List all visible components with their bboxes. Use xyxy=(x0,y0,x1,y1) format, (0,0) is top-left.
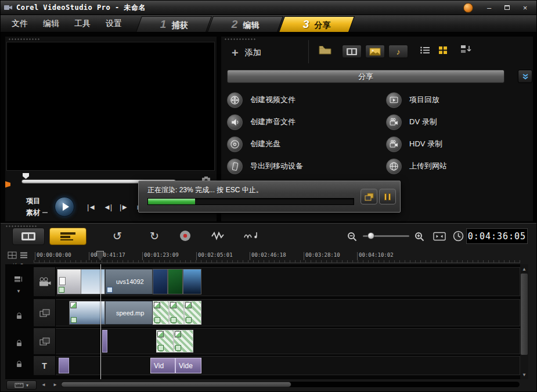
video-track-icon[interactable] xyxy=(34,267,56,296)
overlay-track-icon[interactable] xyxy=(34,328,56,354)
timeline-scale-widget[interactable]: ▾ xyxy=(6,380,37,390)
video-library-button[interactable] xyxy=(342,45,362,58)
video-clip[interactable]: uvs14092 xyxy=(105,269,153,294)
collapse-panel-button[interactable] xyxy=(518,70,532,83)
transition-clip[interactable] xyxy=(174,330,193,353)
tab-capture[interactable]: 1捕获 xyxy=(136,16,212,32)
overlay-clip-sliver[interactable] xyxy=(102,330,107,353)
lock-track-icon[interactable] xyxy=(16,312,22,319)
clock-button[interactable] xyxy=(452,230,464,242)
option-label: 项目回放 xyxy=(409,95,439,105)
playhead-marker[interactable] xyxy=(96,251,104,260)
browse-folder-button[interactable] xyxy=(319,45,331,55)
add-button[interactable]: + 添加 xyxy=(226,44,267,62)
track-list-button[interactable] xyxy=(20,251,28,259)
menu-settings[interactable]: 设置 xyxy=(98,19,129,29)
notification-badge-icon[interactable] xyxy=(463,3,473,13)
overlay-track-1[interactable]: speed.mp xyxy=(34,299,520,326)
vertical-scroll-thumb[interactable] xyxy=(521,274,528,355)
overlay-clip-thumbnail[interactable] xyxy=(69,301,105,325)
transition-badge xyxy=(154,302,160,308)
option-create-audio-file[interactable]: 创建声音文件 xyxy=(227,111,383,133)
background-render-button[interactable] xyxy=(361,189,377,204)
close-button[interactable]: × xyxy=(517,2,533,13)
scroll-down-button[interactable]: ▼ xyxy=(520,371,528,378)
timecode-display[interactable]: 0:04:36:05 xyxy=(466,228,528,244)
option-hdv-record[interactable]: HDV 录制 xyxy=(386,133,528,155)
track-group-icon[interactable] xyxy=(14,276,23,282)
next-frame-button[interactable]: |► xyxy=(116,203,132,211)
expand-tracks-button[interactable]: ▼ xyxy=(16,289,21,294)
horizontal-scroll-thumb[interactable] xyxy=(61,382,291,387)
timeline-ruler[interactable]: 00:00:00:00 00:00:41:17 00:01:23:09 00:0… xyxy=(34,250,520,263)
list-view-button[interactable] xyxy=(420,46,430,55)
overlay-track-2[interactable] xyxy=(34,328,520,354)
playhead-line[interactable] xyxy=(100,264,101,379)
lock-track-icon[interactable] xyxy=(16,340,22,347)
lock-track-icon[interactable] xyxy=(16,361,22,368)
tab-edit[interactable]: 2编辑 xyxy=(207,16,283,32)
fit-project-button[interactable] xyxy=(433,231,446,242)
overlay-track-icon[interactable] xyxy=(34,299,56,326)
option-create-video-file[interactable]: 创建视频文件 xyxy=(227,89,383,111)
video-track[interactable]: uvs14092 xyxy=(34,267,520,296)
menu-edit[interactable]: 编辑 xyxy=(35,19,67,29)
play-button[interactable] xyxy=(55,197,74,217)
prev-frame-button[interactable]: ◄| xyxy=(99,203,116,211)
seek-marker[interactable] xyxy=(23,173,29,179)
option-dv-record[interactable]: DV 录制 xyxy=(386,111,528,133)
overlay-clip[interactable]: speed.mp xyxy=(105,301,153,325)
timeline-view-button[interactable] xyxy=(49,228,87,245)
scroll-right-button[interactable]: ► xyxy=(51,380,60,389)
tracks-vertical-scrollbar[interactable]: ▲ ▼ xyxy=(520,264,528,379)
zoom-out-button[interactable] xyxy=(347,231,357,242)
thumbnail-view-button[interactable] xyxy=(438,46,448,55)
transition-clip[interactable] xyxy=(156,330,174,353)
transition-clip[interactable] xyxy=(169,301,184,325)
option-project-playback[interactable]: 项目回放 xyxy=(386,89,528,111)
minimize-button[interactable]: – xyxy=(481,2,497,13)
title-track[interactable]: T Vid Vide xyxy=(34,356,520,375)
zoom-slider-handle[interactable] xyxy=(367,232,374,239)
sound-mixer-button[interactable] xyxy=(243,229,260,241)
photo-library-button[interactable] xyxy=(365,45,385,58)
transition-clip[interactable] xyxy=(184,301,201,325)
sort-button[interactable] xyxy=(460,44,473,54)
option-create-disc[interactable]: 创建光盘 xyxy=(227,133,383,155)
zoom-slider[interactable] xyxy=(363,231,409,241)
maximize-button[interactable] xyxy=(499,2,515,13)
redo-button[interactable]: ↻ xyxy=(147,228,162,243)
scroll-left-button[interactable]: ◄ xyxy=(39,380,48,389)
video-clip-thumb[interactable] xyxy=(168,269,183,294)
track-grid-button[interactable] xyxy=(8,251,17,259)
video-clip-thumb[interactable] xyxy=(153,269,168,294)
project-mode-label[interactable]: 项目 xyxy=(26,196,40,206)
clip-mode-label[interactable]: 素材 xyxy=(26,208,40,218)
record-disc-button[interactable] xyxy=(178,229,192,243)
scroll-up-button[interactable]: ▲ xyxy=(520,265,528,272)
title-clip[interactable]: Vid xyxy=(150,358,175,373)
audio-wave-button[interactable] xyxy=(211,231,226,241)
audio-library-button[interactable]: ♪ xyxy=(388,45,408,58)
globe-icon xyxy=(386,159,402,174)
title-track-icon[interactable]: T xyxy=(34,356,56,375)
ruler-tick: 00:02:05:01 xyxy=(198,252,233,258)
storyboard-view-button[interactable] xyxy=(12,228,45,245)
title-clip[interactable]: Vide xyxy=(175,358,201,373)
pause-render-button[interactable] xyxy=(379,189,396,204)
trim-marker[interactable] xyxy=(5,181,10,188)
menu-tools[interactable]: 工具 xyxy=(67,19,98,29)
undo-button[interactable]: ↺ xyxy=(110,228,125,243)
ruler-icon xyxy=(15,383,24,388)
option-upload-web[interactable]: 上传到网站 xyxy=(386,155,528,177)
video-clip-thumb[interactable] xyxy=(183,269,201,294)
option-export-mobile[interactable]: 导出到移动设备 xyxy=(227,155,383,177)
tab-share[interactable]: 3分享 xyxy=(279,16,355,32)
title-clip-small[interactable] xyxy=(59,358,69,373)
go-start-button[interactable]: |◄ xyxy=(83,203,99,211)
transition-clip[interactable] xyxy=(153,301,169,325)
video-clip-thumbnails[interactable] xyxy=(57,269,105,294)
zoom-in-button[interactable] xyxy=(414,231,424,242)
menu-file[interactable]: 文件 xyxy=(4,19,35,29)
timeline-horizontal-scrollbar[interactable] xyxy=(60,381,520,388)
